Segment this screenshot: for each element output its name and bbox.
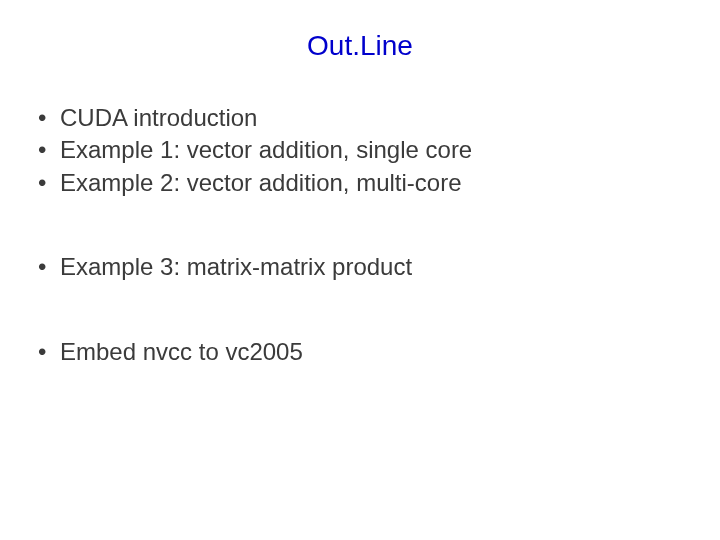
- bullet-item: CUDA introduction: [30, 102, 690, 134]
- spacer: [30, 199, 690, 251]
- bullet-item: Example 3: matrix-matrix product: [30, 251, 690, 283]
- slide-title: Out.Line: [30, 30, 690, 62]
- bullet-item: Embed nvcc to vc2005: [30, 336, 690, 368]
- slide: Out.Line CUDA introduction Example 1: ve…: [0, 0, 720, 540]
- spacer: [30, 284, 690, 336]
- bullet-list: Embed nvcc to vc2005: [30, 336, 690, 368]
- bullet-list: Example 3: matrix-matrix product: [30, 251, 690, 283]
- bullet-item: Example 2: vector addition, multi-core: [30, 167, 690, 199]
- bullet-list: CUDA introduction Example 1: vector addi…: [30, 102, 690, 199]
- bullet-item: Example 1: vector addition, single core: [30, 134, 690, 166]
